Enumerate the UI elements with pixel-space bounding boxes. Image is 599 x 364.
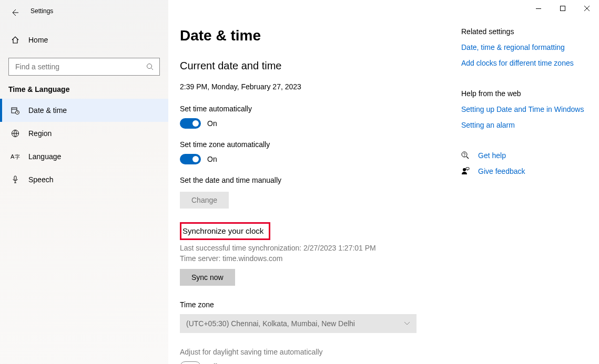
nav-language[interactable]: A字 Language: [0, 145, 168, 168]
current-datetime: 2:39 PM, Monday, February 27, 2023: [180, 82, 440, 91]
right-rail: Related settings Date, time & regional f…: [461, 0, 599, 364]
tz-select: (UTC+05:30) Chennai, Kolkata, Mumbai, Ne…: [180, 314, 417, 333]
calendar-clock-icon: [11, 106, 20, 115]
set-tz-auto-toggle[interactable]: [180, 154, 201, 164]
feedback-icon: [461, 167, 471, 175]
get-help-icon: [461, 151, 471, 160]
sync-server: Time server: time.windows.com: [180, 254, 440, 264]
nav-home-label: Home: [28, 36, 48, 44]
sync-last: Last successful time synchronization: 2/…: [180, 243, 440, 254]
link-help-datetime[interactable]: Setting up Date and Time in Windows: [461, 105, 599, 113]
sync-now-button[interactable]: Sync now: [180, 269, 235, 286]
microphone-icon: [11, 175, 20, 184]
svg-text:A: A: [11, 153, 15, 160]
set-tz-auto-state: On: [207, 155, 217, 163]
window-title: Settings: [31, 7, 53, 15]
current-heading: Current date and time: [180, 60, 440, 72]
set-time-auto-state: On: [207, 119, 217, 128]
svg-text:字: 字: [15, 154, 20, 160]
set-tz-auto-label: Set time zone automatically: [180, 140, 440, 149]
back-button[interactable]: [9, 7, 20, 18]
link-help-alarm[interactable]: Setting an alarm: [461, 121, 599, 129]
nav-speech[interactable]: Speech: [0, 168, 168, 191]
tz-label: Time zone: [180, 300, 440, 309]
dst-label: Adjust for daylight saving time automati…: [180, 348, 440, 356]
search-icon: [146, 63, 154, 70]
close-button[interactable]: [575, 0, 599, 17]
search-input[interactable]: [8, 58, 160, 76]
language-icon: A字: [11, 152, 20, 161]
nav-item-label: Region: [28, 129, 52, 138]
tz-value: (UTC+05:30) Chennai, Kolkata, Mumbai, Ne…: [186, 319, 355, 328]
chevron-down-icon: [404, 321, 410, 326]
manual-label: Set the date and time manually: [180, 176, 440, 184]
link-give-feedback[interactable]: Give feedback: [478, 167, 525, 175]
nav-item-label: Date & time: [28, 106, 67, 115]
svg-rect-8: [14, 176, 16, 180]
svg-rect-1: [561, 6, 565, 11]
dst-toggle: [180, 361, 201, 364]
maximize-button[interactable]: [551, 0, 575, 17]
nav-home[interactable]: Home: [0, 28, 168, 51]
set-time-auto-label: Set time automatically: [180, 105, 440, 113]
svg-point-10: [464, 156, 464, 157]
nav-section-label: Time & Language: [0, 76, 168, 99]
related-heading: Related settings: [461, 27, 599, 36]
minimize-button[interactable]: [526, 0, 551, 17]
link-get-help[interactable]: Get help: [478, 151, 506, 160]
change-button: Change: [180, 192, 229, 209]
link-add-clocks[interactable]: Add clocks for different time zones: [461, 59, 599, 67]
content-area: Date & time Current date and time 2:39 P…: [168, 0, 461, 364]
link-regional-formatting[interactable]: Date, time & regional formatting: [461, 43, 599, 51]
set-time-auto-toggle[interactable]: [180, 118, 201, 129]
svg-rect-12: [466, 168, 469, 170]
home-icon: [11, 35, 20, 45]
help-heading: Help from the web: [461, 89, 599, 98]
nav-region[interactable]: Region: [0, 122, 168, 145]
svg-point-2: [147, 64, 152, 69]
svg-point-11: [463, 168, 466, 171]
sidebar: Settings Home Time & Language Date & tim…: [0, 0, 168, 364]
page-title: Date & time: [180, 27, 440, 44]
svg-rect-0: [536, 8, 541, 9]
nav-item-label: Speech: [28, 175, 53, 184]
nav-date-time[interactable]: Date & time: [0, 99, 168, 122]
sync-heading-highlight: Synchronize your clock: [180, 222, 270, 240]
sync-heading: Synchronize your clock: [182, 226, 263, 235]
nav-item-label: Language: [28, 152, 61, 161]
globe-icon: [11, 129, 20, 138]
